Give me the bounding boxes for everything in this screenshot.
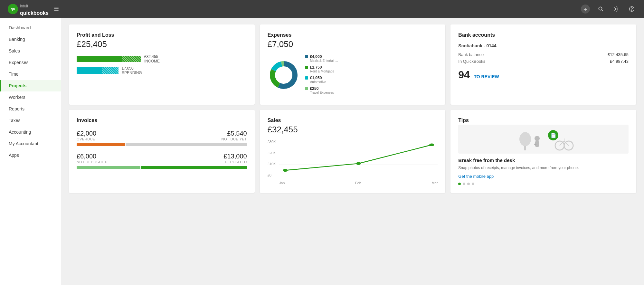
svg-point-15 [429,144,434,146]
svg-point-12 [275,67,292,83]
tips-dot-3[interactable] [467,183,470,185]
not-deposited-bar [77,166,140,169]
sidebar-item-dashboard[interactable]: Dashboard [0,22,61,33]
sidebar-item-reports[interactable]: Reports [0,103,61,115]
legend-item-meals: £4,000 Meals & Entertain... [305,54,438,62]
overdue-section: £2,000 OVERDUE [77,130,96,141]
logo-mark: qb [8,4,18,14]
income-value: £32,455 [144,54,160,59]
svg-point-17 [519,132,531,146]
dashboard-grid: Profit and Loss £25,405 £32,455 INCOME £… [69,24,636,193]
income-bar-row: £32,455 INCOME [77,54,247,63]
invoices-card: Invoices £2,000 OVERDUE £5,540 NOT DUE Y… [69,110,255,193]
sidebar-item-apps[interactable]: Apps [0,149,61,161]
not-due-label: NOT DUE YET [222,137,247,141]
sales-chart: £30K £20K £10K £0 [268,140,438,185]
profit-loss-card: Profit and Loss £25,405 £32,455 INCOME £… [69,24,255,105]
sidebar-item-my-accountant[interactable]: My Accountant [0,138,61,149]
chart-main-area: Jan Feb Mar [279,140,438,185]
x-label-feb: Feb [355,181,361,185]
svg-point-6 [631,10,632,10]
legend-dot-rent [305,66,308,69]
deposit-progress-bar [77,166,247,169]
svg-point-2 [599,7,602,10]
qb-balance-label: In QuickBooks [458,59,485,64]
tips-pagination-dots [458,183,629,185]
tips-mobile-link[interactable]: Get the mobile app [458,174,629,179]
spending-bar-values: £7,050 SPENDING [122,66,142,75]
svg-point-13 [283,169,288,172]
bank-accounts-card: Bank accounts Scotiabank - 0144 Bank bal… [450,24,636,105]
x-label-mar: Mar [431,181,438,185]
tips-illustration: 📄 [458,125,629,154]
sales-amount: £32,455 [268,125,438,135]
invoices-top-row: £2,000 OVERDUE £5,540 NOT DUE YET [77,130,247,141]
overdue-amount: £2,000 [77,130,96,137]
sales-card: Sales £32,455 £30K £20K £10K £0 [260,110,446,193]
income-label: INCOME [144,59,160,63]
app-body: Dashboard Banking Sales Expenses Time Pr… [0,18,644,285]
help-icon[interactable] [627,5,636,14]
deposited-amount: £13,000 [223,153,247,160]
top-navigation: qb intuit quickbooks ☰ ＋ [0,0,644,18]
review-count: 94 [458,69,470,81]
add-button[interactable]: ＋ [581,5,590,14]
svg-point-18 [535,136,540,141]
spending-bar [77,67,118,74]
y-label-20k: £20K [268,151,276,155]
y-label-0: £0 [268,173,276,177]
legend-text-rent: £1,750 Rent & Mortgage [310,65,335,73]
legend-text-meals: £4,000 Meals & Entertain... [310,54,338,62]
profit-loss-title: Profit and Loss [77,32,247,38]
bank-review[interactable]: 94 TO REVIEW [458,69,629,81]
search-icon[interactable] [596,5,605,14]
tips-dot-2[interactable] [463,183,465,185]
sidebar-item-taxes[interactable]: Taxes [0,115,61,126]
spending-value: £7,050 [122,66,142,71]
settings-icon[interactable] [612,5,621,14]
legend-dot-travel [305,87,308,90]
sidebar-item-time[interactable]: Time [0,68,61,80]
not-deposited-amount: £6,000 [77,153,108,160]
qb-balance-value: £4,987.43 [610,59,629,64]
not-due-bar [126,143,247,146]
not-due-section: £5,540 NOT DUE YET [222,130,247,141]
bank-balance-value: £12,435.65 [608,52,629,57]
legend-item-auto: £1,050 Automotive [305,76,438,84]
profit-loss-bars: £32,455 INCOME £7,050 SPENDING [77,54,247,75]
tips-card-title: Break free from the desk [458,157,629,163]
expenses-legend: £4,000 Meals & Entertain... £1,750 Rent … [305,54,438,97]
legend-dot-auto [305,76,308,80]
y-label-10k: £10K [268,162,276,166]
sidebar-item-accounting[interactable]: Accounting [0,126,61,138]
legend-item-travel: £250 Travel Expenses [305,86,438,94]
legend-item-rent: £1,750 Rent & Mortgage [305,65,438,73]
tips-dot-4[interactable] [472,183,474,185]
nav-left: qb intuit quickbooks ☰ [8,2,59,16]
sidebar-item-banking[interactable]: Banking [0,33,61,45]
income-bar [77,56,141,62]
sidebar-item-sales[interactable]: Sales [0,45,61,57]
qb-balance-row: In QuickBooks £4,987.43 [458,59,629,64]
expenses-content: £4,000 Meals & Entertain... £1,750 Rent … [268,54,438,97]
overdue-bar [77,143,125,146]
tips-card: Tips [450,110,636,193]
y-label-30k: £30K [268,140,276,144]
sidebar-item-workers[interactable]: Workers [0,91,61,103]
sidebar: Dashboard Banking Sales Expenses Time Pr… [0,18,61,285]
expenses-donut [268,59,300,92]
deposited-bar [141,166,247,169]
tips-dot-1[interactable] [458,183,461,185]
deposited-section: £13,000 DEPOSITED [223,153,247,164]
svg-line-3 [602,10,603,12]
sidebar-item-projects[interactable]: Projects [0,80,61,91]
spending-bar-row: £7,050 SPENDING [77,66,247,75]
chart-x-labels: Jan Feb Mar [279,181,438,185]
quickbooks-logo: qb intuit quickbooks [8,2,49,16]
sidebar-item-expenses[interactable]: Expenses [0,57,61,68]
hamburger-menu[interactable]: ☰ [54,5,59,13]
invoices-deposit-row: £6,000 NOT DEPOSITED £13,000 DEPOSITED [77,153,247,164]
sales-title: Sales [268,118,438,123]
legend-dot-meals [305,55,308,58]
svg-point-14 [356,162,361,165]
